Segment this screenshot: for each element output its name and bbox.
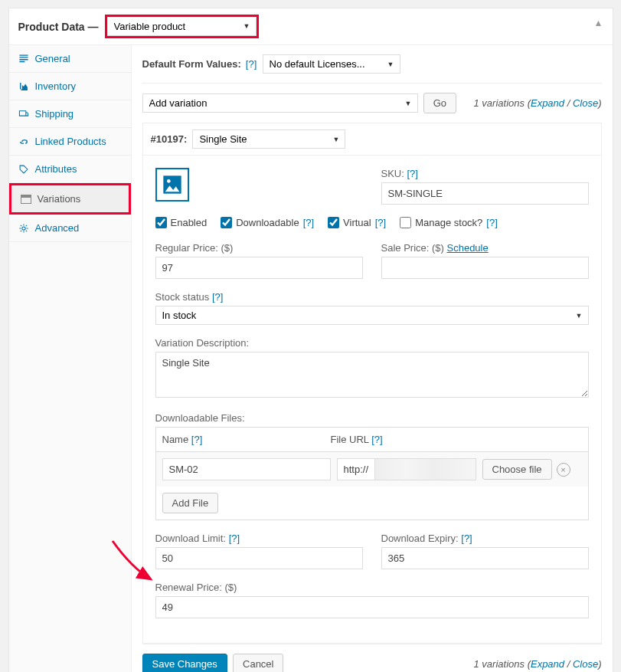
expand-link[interactable]: Expand bbox=[531, 97, 564, 109]
variation-attribute-select[interactable]: Single Site bbox=[192, 129, 345, 149]
sidebar: General Inventory Shipping Linked Produc… bbox=[9, 45, 132, 672]
panel-header: Product Data — Variable product ▲ bbox=[9, 8, 613, 45]
manage-stock-checkbox[interactable] bbox=[400, 217, 411, 228]
downloadable-files-table: Name [?] File URL [?] xxxxxxxxxxxxxxxxx … bbox=[155, 427, 589, 520]
variation-description-label: Variation Description: bbox=[155, 337, 589, 349]
help-icon[interactable]: [?] bbox=[407, 168, 417, 179]
virtual-checkbox-label[interactable]: Virtual [?] bbox=[328, 217, 386, 228]
add-file-button[interactable]: Add File bbox=[162, 493, 219, 513]
download-expiry-input[interactable] bbox=[381, 547, 589, 569]
product-type-select[interactable]: Variable product bbox=[107, 17, 257, 36]
sidebar-label: Advanced bbox=[35, 222, 80, 234]
downloadable-files-label: Downloadable Files: bbox=[155, 412, 589, 424]
sidebar-label: Inventory bbox=[35, 80, 76, 92]
add-variation-select[interactable]: Add variation bbox=[142, 93, 418, 113]
stock-status-select[interactable]: In stock bbox=[155, 306, 589, 325]
sidebar-item-general[interactable]: General bbox=[9, 45, 131, 73]
file-name-input[interactable] bbox=[162, 458, 331, 480]
default-form-select[interactable]: No default Licenses... bbox=[263, 54, 400, 74]
remove-file-icon[interactable]: × bbox=[557, 463, 570, 477]
file-row: xxxxxxxxxxxxxxxxx Choose file × bbox=[156, 452, 588, 487]
window-icon bbox=[21, 195, 31, 204]
image-icon bbox=[162, 174, 183, 195]
download-expiry-label: Download Expiry: [?] bbox=[381, 533, 589, 544]
help-icon[interactable]: [?] bbox=[246, 58, 257, 70]
product-data-panel: Product Data — Variable product ▲ Genera… bbox=[8, 8, 613, 672]
sidebar-label: Linked Products bbox=[35, 136, 106, 147]
sidebar-item-shipping[interactable]: Shipping bbox=[9, 100, 131, 128]
schedule-link[interactable]: Schedule bbox=[447, 242, 489, 254]
variation-description-textarea[interactable]: Single Site bbox=[155, 352, 589, 398]
sku-input[interactable] bbox=[381, 182, 589, 205]
help-icon[interactable]: [?] bbox=[375, 217, 386, 228]
help-icon[interactable]: [?] bbox=[371, 434, 382, 445]
collapse-toggle-icon[interactable]: ▲ bbox=[594, 18, 603, 28]
variation-header[interactable]: #10197: Single Site bbox=[142, 123, 602, 156]
gear-icon bbox=[18, 223, 29, 234]
downloadable-checkbox[interactable] bbox=[221, 217, 232, 228]
variations-info: 1 variations (Expand / Close) bbox=[474, 97, 602, 109]
sidebar-label: General bbox=[35, 53, 70, 64]
enabled-checkbox-label[interactable]: Enabled bbox=[155, 217, 208, 228]
help-icon[interactable]: [?] bbox=[191, 434, 202, 445]
main-content: Default Form Values: [?] No default Lice… bbox=[132, 45, 613, 672]
download-limit-label: Download Limit: [?] bbox=[155, 533, 363, 544]
renewal-price-input[interactable] bbox=[155, 596, 589, 618]
sidebar-label: Attributes bbox=[35, 163, 77, 175]
sidebar-item-attributes[interactable]: Attributes bbox=[9, 156, 131, 183]
cancel-button[interactable]: Cancel bbox=[233, 654, 283, 672]
default-form-label: Default Form Values: bbox=[142, 58, 241, 70]
sidebar-item-inventory[interactable]: Inventory bbox=[9, 73, 131, 100]
file-url-header: File URL [?] bbox=[325, 428, 489, 451]
regular-price-input[interactable] bbox=[155, 257, 363, 279]
virtual-checkbox[interactable] bbox=[328, 217, 339, 228]
sale-price-label: Sale Price: ($) Schedule bbox=[381, 242, 589, 254]
sidebar-item-linked-products[interactable]: Linked Products bbox=[9, 128, 131, 156]
help-icon[interactable]: [?] bbox=[486, 217, 497, 228]
help-icon[interactable]: [?] bbox=[212, 291, 223, 303]
expand-link-bottom[interactable]: Expand bbox=[531, 658, 564, 670]
downloadable-checkbox-label[interactable]: Downloadable [?] bbox=[221, 217, 314, 228]
footer-row: Save Changes Cancel 1 variations (Expand… bbox=[142, 644, 602, 672]
help-icon[interactable]: [?] bbox=[461, 533, 472, 544]
renewal-price-label: Renewal Price: ($) bbox=[155, 582, 589, 593]
stock-status-label: Stock status [?] bbox=[155, 291, 589, 303]
wrench-icon bbox=[18, 54, 29, 64]
file-name-header: Name [?] bbox=[156, 428, 325, 451]
sidebar-item-advanced[interactable]: Advanced bbox=[9, 215, 131, 242]
close-link-bottom[interactable]: Close bbox=[573, 658, 598, 670]
manage-stock-checkbox-label[interactable]: Manage stock? [?] bbox=[400, 217, 498, 228]
file-url-input[interactable] bbox=[337, 458, 375, 480]
regular-price-label: Regular Price: ($) bbox=[155, 242, 363, 254]
tag-icon bbox=[18, 164, 29, 175]
enabled-checkbox[interactable] bbox=[155, 217, 167, 228]
download-limit-input[interactable] bbox=[155, 547, 363, 569]
svg-point-0 bbox=[21, 226, 25, 229]
variation-body: SKU: [?] Enabled Downloadable [?] Virtua… bbox=[142, 156, 602, 644]
choose-file-button[interactable]: Choose file bbox=[482, 459, 552, 480]
variation-id: #10197: bbox=[151, 133, 188, 145]
link-icon bbox=[18, 136, 29, 147]
sidebar-label: Shipping bbox=[35, 108, 74, 120]
chart-icon bbox=[18, 81, 29, 92]
sidebar-item-variations[interactable]: Variations bbox=[9, 183, 131, 215]
sku-label: SKU: [?] bbox=[381, 168, 589, 179]
save-changes-button[interactable]: Save Changes bbox=[142, 654, 227, 672]
sidebar-label: Variations bbox=[38, 193, 81, 205]
truck-icon bbox=[18, 109, 29, 120]
variations-info-bottom: 1 variations (Expand / Close) bbox=[474, 658, 602, 670]
svg-point-2 bbox=[167, 179, 171, 183]
sale-price-input[interactable] bbox=[381, 257, 589, 279]
variation-image-placeholder[interactable] bbox=[155, 168, 189, 202]
panel-title: Product Data — bbox=[18, 21, 99, 33]
help-icon[interactable]: [?] bbox=[229, 533, 240, 544]
help-icon[interactable]: [?] bbox=[303, 217, 314, 228]
close-link[interactable]: Close bbox=[573, 97, 598, 109]
go-button[interactable]: Go bbox=[423, 93, 456, 113]
